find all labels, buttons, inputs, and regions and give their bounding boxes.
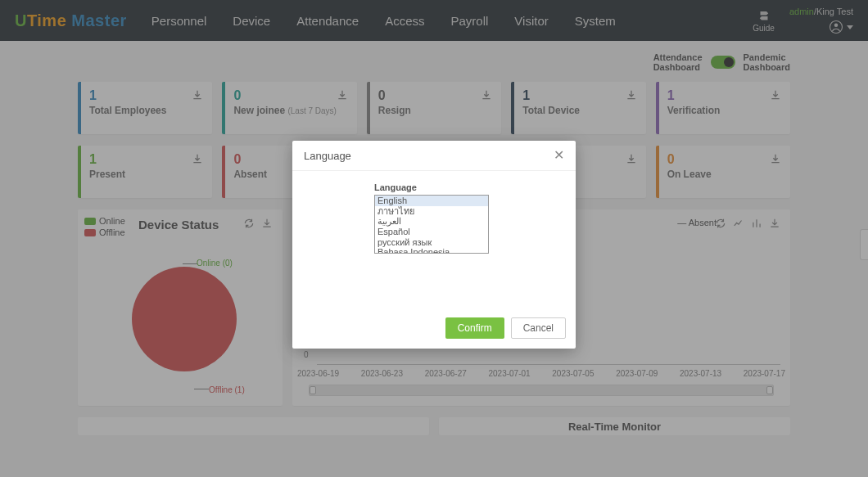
- language-option[interactable]: Bahasa Indonesia: [375, 247, 488, 254]
- language-field-label: Language: [374, 182, 564, 192]
- cancel-button[interactable]: Cancel: [511, 317, 566, 339]
- language-option[interactable]: Español: [375, 227, 488, 237]
- language-option[interactable]: ภาษาไทย: [375, 206, 488, 217]
- language-option[interactable]: русский язык: [375, 237, 488, 248]
- confirm-button[interactable]: Confirm: [445, 317, 504, 339]
- close-icon[interactable]: ✕: [554, 149, 564, 162]
- language-select[interactable]: EnglishภาษาไทยالعربيةEspañolрусский язык…: [374, 195, 489, 254]
- language-option[interactable]: العربية: [375, 216, 488, 227]
- modal-title: Language: [304, 150, 351, 162]
- modal-overlay: Language ✕ Language Englishภาษาไทยالعربي…: [0, 0, 868, 477]
- language-option[interactable]: English: [375, 196, 488, 206]
- language-modal: Language ✕ Language Englishภาษาไทยالعربي…: [292, 141, 576, 349]
